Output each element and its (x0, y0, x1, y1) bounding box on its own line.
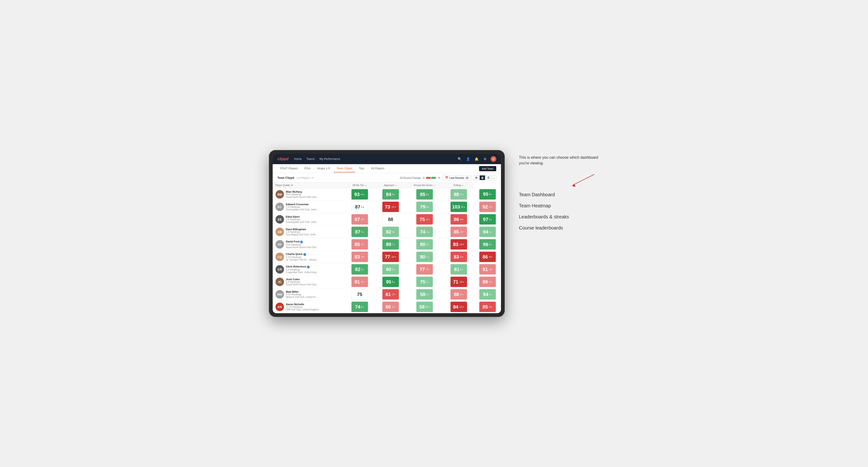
score-cell-putting: 91 -3 (474, 263, 501, 276)
nav-link-performance[interactable]: My Performance (319, 156, 340, 161)
score-change: -3 (489, 206, 493, 208)
table-row[interactable]: CR Chris Robertson 1-5 Handicap Craigmil… (273, 263, 501, 276)
option-leaderboards[interactable]: Leaderboards & streaks (519, 214, 599, 220)
tab-pgat[interactable]: PGAT Players (277, 165, 301, 173)
score-cell-approach: 79 9 (406, 201, 443, 213)
bar-green (431, 177, 436, 179)
search-icon[interactable]: 🔍 (457, 156, 462, 162)
score-cell-player-quality: 87 1 (344, 201, 375, 213)
score-value: 75 (357, 292, 362, 297)
score-box: 87 1 (351, 201, 368, 212)
score-cell-putting: 89 -2 (474, 276, 501, 288)
player-info: David Ford Plus Handicap Royal North Dev… (286, 240, 319, 248)
settings-icon[interactable]: ⚙ (482, 156, 488, 162)
player-cell: CR Chris Robertson 1-5 Handicap Craigmil… (273, 263, 344, 276)
score-box: 71 -11 (451, 277, 467, 287)
table-row[interactable]: AN Aaron Nicholls 11-15 Handicap Drift G… (273, 301, 501, 313)
score-value: 85 (355, 242, 360, 247)
edit-icon[interactable]: ✏ (312, 176, 314, 180)
table-row[interactable]: DF David Ford Plus Handicap Royal North … (273, 238, 501, 251)
score-box: 80 1 (416, 252, 433, 262)
player-info: Matt Miller 6-10 Handicap Woburn Golf Cl… (286, 290, 319, 299)
view-grid-button[interactable]: ⊞ (474, 175, 479, 180)
table-row[interactable]: DB Dave Billingham 1-5 Handicap Gog Mago… (273, 226, 501, 238)
score-value: 83 (355, 254, 360, 260)
score-value: 89 (483, 279, 488, 285)
tab-tour[interactable]: Tour (356, 165, 367, 173)
nav-links: Home Teams My Performance (294, 156, 451, 161)
score-box: 85 -4 (479, 302, 496, 312)
score-change: -3 (426, 268, 430, 271)
nav-icons: 🔍 👤 🔔 ⚙ U (457, 156, 496, 162)
view-toggle: ⊞ ▦ ☰ ↓ (474, 175, 497, 180)
add-team-button[interactable]: Add Team (479, 166, 496, 171)
score-value: 94 (483, 292, 488, 297)
score-box: 91 -3 (479, 264, 496, 275)
player-name: Charlie Quick (286, 253, 319, 256)
table-row[interactable]: BM Blair McHarg Plus Handicap Royal Nort… (273, 188, 501, 201)
table-row[interactable]: EC Edward Crossman 1-5 Handicap Sunningd… (273, 201, 501, 213)
score-change: -1 (460, 193, 464, 196)
avatar: AN (276, 303, 284, 311)
score-cell-off-tee: 88 (375, 213, 406, 226)
score-value: 83 (454, 254, 459, 260)
score-cell-player-quality: 87 4 (344, 226, 375, 238)
score-cell-off-tee: 89 7 (375, 238, 406, 251)
score-cell-putting: 94 3 (474, 288, 501, 301)
score-box: 77 -3 (416, 264, 433, 275)
avatar-icon[interactable]: U (491, 156, 496, 162)
score-change: -10 (459, 243, 464, 246)
score-value: 82 (355, 267, 360, 272)
table-row[interactable]: JC Josh Coles 1-5 Handicap Royal North D… (273, 276, 501, 288)
score-cell-approach: 75 -3 (406, 213, 443, 226)
avatar: MM (276, 290, 284, 299)
player-cell: JC Josh Coles 1-5 Handicap Royal North D… (273, 276, 344, 288)
last-rounds-button[interactable]: 📅 Last Rounds: 20 (442, 175, 471, 181)
score-change: -21 (459, 306, 464, 308)
table-row[interactable]: EE Elliot Ebert 1-5 Handicap Sunningdale… (273, 213, 501, 226)
player-club: Royal North Devon Golf Club, United King… (286, 196, 319, 198)
score-box: 87 -3 (351, 214, 368, 224)
nav-logo[interactable]: clippd (277, 157, 288, 161)
view-list-button[interactable]: ☰ (486, 175, 491, 180)
tab-hcaps[interactable]: Hcaps 1-5 (314, 165, 333, 173)
tab-all-players[interactable]: All Players (368, 165, 387, 173)
player-club: Sunningdale Golf Club, United Kingdom (286, 208, 319, 211)
score-change: -11 (459, 281, 464, 283)
nav-link-teams[interactable]: Teams (306, 156, 315, 161)
nav-link-home[interactable]: Home (294, 156, 302, 161)
score-change: -3 (392, 293, 396, 296)
tab-pga[interactable]: PGA (302, 165, 313, 173)
score-change: 10 (425, 306, 430, 308)
score-value: 84 (386, 192, 391, 197)
player-name: Matt Miller (286, 290, 319, 293)
view-heatmap-button[interactable]: ▦ (479, 175, 485, 180)
table-row[interactable]: CQ Charlie Quick 6-10 Handicap St. Georg… (273, 251, 501, 263)
svg-line-0 (573, 174, 594, 185)
view-export-button[interactable]: ↓ (492, 175, 497, 180)
score-cell-player-quality: 93 +4 (344, 188, 375, 201)
player-info: Edward Crossman 1-5 Handicap Sunningdale… (286, 203, 319, 211)
tab-team-clippd[interactable]: Team Clippd (334, 165, 355, 173)
score-cell-off-tee: 60 -1 (375, 301, 406, 313)
bell-icon[interactable]: 🔔 (474, 156, 479, 162)
player-handicap: 6-10 Handicap (286, 256, 319, 258)
score-cell-around-green: 71 -11 (443, 276, 474, 288)
score-value: 71 (453, 279, 458, 285)
score-value: 58 (420, 304, 425, 310)
score-value: 80 (420, 242, 425, 247)
table-row[interactable]: MM Matt Miller 6-10 Handicap Woburn Golf… (273, 288, 501, 301)
score-cell-player-quality: 83 -3 (344, 251, 375, 263)
score-box: 61 -3 (382, 289, 399, 300)
player-cell: DB Dave Billingham 1-5 Handicap Gog Mago… (273, 226, 344, 238)
score-box: 96 3 (479, 239, 496, 250)
score-value: 74 (355, 304, 360, 310)
score-box: 89 -2 (479, 277, 496, 287)
player-name: David Ford (286, 240, 319, 243)
option-team-dashboard[interactable]: Team Dashboard (519, 192, 599, 197)
person-icon[interactable]: 👤 (465, 156, 471, 162)
avatar: BM (276, 190, 284, 198)
option-team-heatmap[interactable]: Team Heatmap (519, 203, 599, 209)
score-value: 96 (483, 242, 488, 247)
option-course-leaderboards[interactable]: Course leaderboards (519, 225, 599, 231)
